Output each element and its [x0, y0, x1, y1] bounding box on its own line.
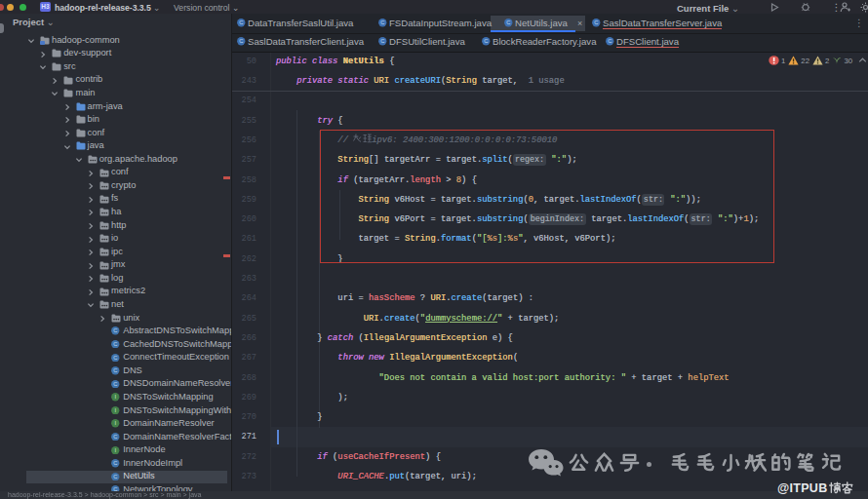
svg-text:C: C	[239, 19, 243, 25]
svg-text:C: C	[113, 434, 117, 440]
svg-text:C: C	[113, 355, 117, 361]
svg-text:C: C	[239, 38, 243, 44]
svg-text:C: C	[380, 38, 384, 44]
svg-text:C: C	[380, 19, 384, 25]
svg-text:C: C	[608, 38, 612, 44]
svg-text:C: C	[594, 19, 598, 25]
svg-text:C: C	[506, 19, 510, 25]
svg-text:C: C	[113, 328, 117, 334]
svg-text:C: C	[113, 367, 117, 373]
svg-text:C: C	[113, 460, 117, 466]
svg-text:C: C	[484, 38, 488, 44]
svg-text:C: C	[113, 474, 117, 480]
svg-text:C: C	[113, 341, 117, 347]
svg-text:C: C	[113, 381, 117, 387]
